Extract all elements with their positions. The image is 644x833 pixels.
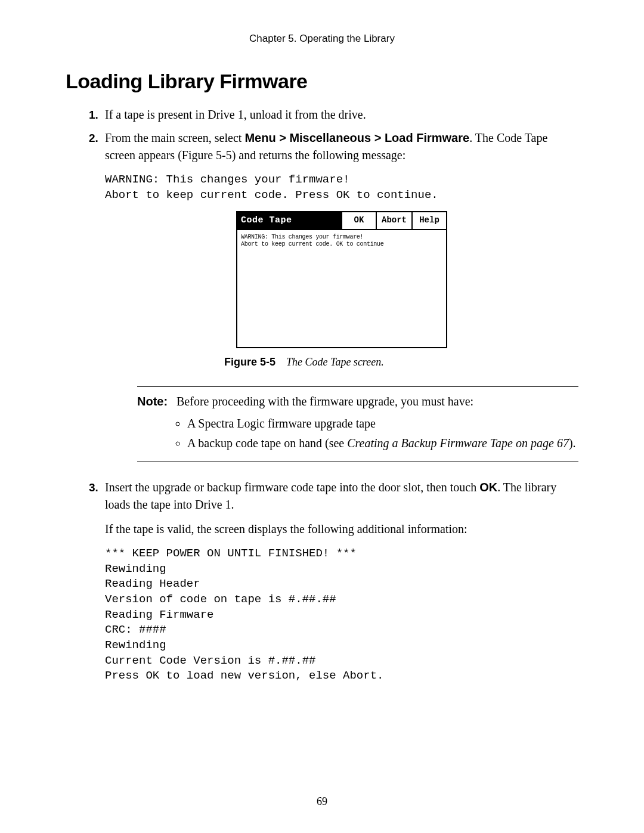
note-bullet-2: A backup code tape on hand (see Creating… — [187, 435, 578, 452]
note-intro: Before proceeding with the firmware upgr… — [177, 395, 473, 408]
page: Chapter 5. Operating the Library Loading… — [0, 0, 644, 833]
code-tape-screen: Code Tape OK Abort Help WARNING: This ch… — [236, 211, 447, 348]
step-2: From the main screen, select Menu > Misc… — [101, 129, 578, 462]
note-rule-bottom — [137, 462, 578, 462]
note-block: Note: Before proceeding with the firmwar… — [137, 386, 578, 462]
step-list: If a tape is present in Drive 1, unload … — [83, 106, 578, 684]
help-button[interactable]: Help — [411, 212, 446, 229]
step-3: Insert the upgrade or backup firmware co… — [101, 479, 578, 684]
note-b2-c: ). — [569, 436, 576, 450]
step-1-text: If a tape is present in Drive 1, unload … — [105, 108, 366, 121]
warning-code-block: WARNING: This changes your firmware! Abo… — [105, 172, 578, 203]
figure-caption: Figure 5-5 The Code Tape screen. — [224, 354, 578, 370]
running-header: Chapter 5. Operating the Library — [66, 33, 578, 45]
note-body: Before proceeding with the firmware upgr… — [177, 393, 578, 454]
step-1: If a tape is present in Drive 1, unload … — [101, 106, 578, 123]
note-label: Note: — [137, 393, 177, 454]
screen-body-text: WARNING: This changes your firmware! Abo… — [237, 230, 446, 347]
step-2-text-a: From the main screen, select — [105, 131, 244, 144]
note-bullets: A Spectra Logic firmware upgrade tape A … — [187, 415, 578, 452]
screen-titlebar: Code Tape OK Abort Help — [237, 212, 446, 230]
figure-label: Figure 5-5 — [224, 356, 275, 368]
menu-path: Menu > Miscellaneous > Load Firmware — [244, 131, 469, 144]
note-b2-ref: Creating a Backup Firmware Tape on page … — [347, 436, 569, 450]
screen-title: Code Tape — [237, 212, 341, 229]
status-code-block: *** KEEP POWER ON UNTIL FINISHED! *** Re… — [105, 546, 578, 684]
abort-button[interactable]: Abort — [376, 212, 411, 229]
figure-5-5: Code Tape OK Abort Help WARNING: This ch… — [105, 211, 578, 370]
page-number: 69 — [0, 795, 644, 808]
note-bullet-1: A Spectra Logic firmware upgrade tape — [187, 415, 578, 432]
figure-caption-text: The Code Tape screen. — [286, 356, 384, 368]
ok-button[interactable]: OK — [341, 212, 376, 229]
step-3-para: If the tape is valid, the screen display… — [105, 521, 578, 538]
step-3-text-a: Insert the upgrade or backup firmware co… — [105, 481, 479, 494]
note-b2-a: A backup code tape on hand (see — [187, 436, 347, 450]
section-title: Loading Library Firmware — [66, 70, 578, 93]
ok-label: OK — [479, 481, 497, 494]
